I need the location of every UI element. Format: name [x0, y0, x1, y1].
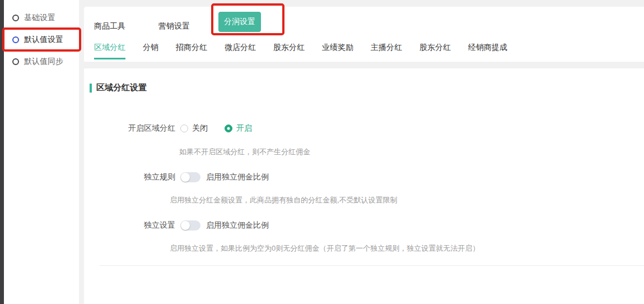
radio-close[interactable]: 关闭: [180, 123, 208, 133]
content-card: 区域分红设置 开启区域分红 关闭 开启 如果不开启区域分红，则不产生分红佣金 独…: [84, 68, 644, 304]
page: 基础设置 默认值设置 默认值同步 商品工具 营销设置 分润设置 区域分红 分销 …: [0, 0, 644, 304]
sidebar-item-basic-settings[interactable]: 基础设置: [4, 7, 79, 29]
radio-open[interactable]: 开启: [225, 123, 252, 133]
form-label: 开启区域分红: [84, 123, 175, 133]
toggle-knob: [181, 221, 190, 230]
form-label: 独立设置: [84, 220, 175, 231]
radio-label: 关闭: [192, 123, 208, 133]
subtab-anchor-dividend[interactable]: 主播分红: [371, 43, 402, 59]
radio-group: 关闭 开启: [180, 123, 252, 133]
sidebar-item-default-value-sync[interactable]: 默认值同步: [4, 50, 79, 72]
help-text-independent-setting: 启用独立设置，如果比例为空为0则无分红佣金（开启了第一个独立规则，独立设置就无法…: [170, 243, 479, 254]
subtab-dealer-commission[interactable]: 经销商提成: [468, 43, 507, 59]
tab-profit-settings[interactable]: 分润设置: [218, 12, 261, 32]
section-title: 区域分红设置: [96, 82, 147, 93]
independent-rule-toggle[interactable]: [180, 172, 200, 182]
sidebar-item-label: 默认值同步: [24, 57, 63, 67]
radio-circle-icon: [12, 58, 19, 65]
window-edge-strip: [0, 0, 4, 304]
subtab-microstore-dividend[interactable]: 微店分红: [225, 43, 256, 59]
form-label: 独立规则: [84, 172, 175, 182]
radio-circle-icon: [180, 125, 188, 132]
subtab-region-dividend[interactable]: 区域分红: [94, 43, 125, 59]
toggle-label: 启用独立佣金比例: [206, 220, 269, 231]
subtab-distribution[interactable]: 分销: [143, 43, 158, 59]
subtab-investment-dividend[interactable]: 招商分红: [176, 43, 207, 59]
section-divider: [100, 265, 644, 266]
tab-product-tools[interactable]: 商品工具: [94, 21, 125, 31]
independent-setting-toggle[interactable]: [180, 220, 200, 231]
radio-circle-icon: [225, 125, 232, 132]
help-text-independent-rule: 启用独立分红金额设置，此商品拥有独自的分红金额,不受默认设置限制: [170, 195, 398, 205]
radio-circle-icon: [12, 36, 19, 43]
help-text-region-dividend: 如果不开启区域分红，则不产生分红佣金: [179, 147, 310, 157]
sidebar-item-label: 基础设置: [24, 13, 55, 23]
toggle-label: 启用独立佣金比例: [206, 172, 269, 182]
form-row-independent-setting: 独立设置 启用独立佣金比例: [84, 220, 269, 231]
section-header: 区域分红设置: [90, 82, 147, 93]
radio-circle-icon: [12, 15, 19, 21]
subtab-shareholder-dividend-2[interactable]: 股东分红: [419, 43, 451, 59]
section-accent-bar: [90, 84, 92, 93]
sub-tabs: 区域分红 分销 招商分红 微店分红 股东分红 业绩奖励 主播分红 股东分红 经销…: [94, 43, 507, 59]
tab-marketing-settings[interactable]: 营销设置: [158, 21, 190, 31]
sidebar: 基础设置 默认值设置 默认值同步: [4, 0, 79, 304]
subtab-performance-reward[interactable]: 业绩奖励: [322, 43, 353, 59]
form-row-independent-rule: 独立规则 启用独立佣金比例: [84, 172, 269, 182]
form-row-enable-region-dividend: 开启区域分红 关闭 开启: [84, 123, 252, 133]
sidebar-item-default-value-settings[interactable]: 默认值设置: [4, 29, 79, 50]
subtab-shareholder-dividend-1[interactable]: 股东分红: [273, 43, 305, 59]
toggle-knob: [181, 173, 190, 182]
sidebar-item-label: 默认值设置: [24, 35, 63, 45]
tabs-card: 商品工具 营销设置 分润设置 区域分红 分销 招商分红 微店分红 股东分红 业绩…: [84, 7, 644, 62]
radio-label: 开启: [236, 123, 252, 133]
